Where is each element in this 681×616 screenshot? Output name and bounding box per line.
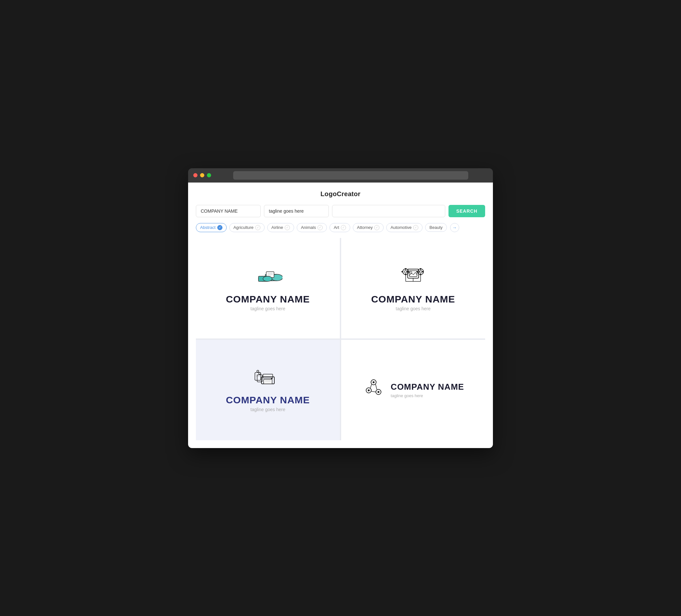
category-art-check: ✓ xyxy=(341,225,346,230)
logo-grid: COMPANY NAME tagline goes here xyxy=(196,238,485,440)
category-automotive[interactable]: Automotive ✓ xyxy=(386,223,423,232)
logo-2-icon xyxy=(399,265,428,288)
search-bar: SEARCH xyxy=(196,205,485,217)
svg-line-49 xyxy=(376,384,377,389)
app-window: LogoCreator SEARCH Abstract ✓ Agricultur… xyxy=(188,168,493,448)
svg-point-51 xyxy=(373,381,375,383)
category-bar: Abstract ✓ Agriculture ✓ Airline ✓ Anima… xyxy=(196,223,485,232)
company-name-input[interactable] xyxy=(196,205,261,217)
category-art-label: Art xyxy=(334,225,339,230)
svg-line-48 xyxy=(370,384,372,388)
logo-2-name: COMPANY NAME xyxy=(371,294,455,305)
category-agriculture-check: ✓ xyxy=(255,225,260,230)
category-animals[interactable]: Animals ✓ xyxy=(297,223,327,232)
svg-rect-12 xyxy=(405,268,406,270)
svg-point-9 xyxy=(263,276,272,281)
svg-point-24 xyxy=(410,272,412,273)
titlebar xyxy=(188,168,493,182)
category-beauty[interactable]: Beauty xyxy=(425,223,447,232)
svg-rect-14 xyxy=(401,271,403,272)
logo-card-3[interactable]: COMPANY NAME tagline goes here xyxy=(196,340,340,440)
category-airline-label: Airline xyxy=(272,225,283,230)
url-bar[interactable] xyxy=(233,171,468,180)
category-beauty-label: Beauty xyxy=(429,225,442,230)
app-body: LogoCreator SEARCH Abstract ✓ Agricultur… xyxy=(188,182,493,448)
category-airline[interactable]: Airline ✓ xyxy=(267,223,294,232)
svg-rect-36 xyxy=(255,373,261,380)
minimize-button[interactable] xyxy=(200,173,204,177)
logo-4-tagline: tagline goes here xyxy=(391,393,464,398)
logo-4-name: COMPANY NAME xyxy=(391,382,464,392)
logo-3-name: COMPANY NAME xyxy=(226,394,310,406)
category-art[interactable]: Art ✓ xyxy=(329,223,350,232)
keyword-input[interactable] xyxy=(332,205,445,217)
logo-card-1[interactable]: COMPANY NAME tagline goes here xyxy=(196,238,340,338)
category-agriculture-label: Agriculture xyxy=(233,225,254,230)
logo-card-4[interactable]: COMPANY NAME tagline goes here xyxy=(341,340,485,440)
category-animals-check: ✓ xyxy=(318,225,323,230)
logo-2-tagline: tagline goes here xyxy=(396,306,430,311)
category-attorney-check: ✓ xyxy=(374,225,379,230)
logo-3-tagline: tagline goes here xyxy=(250,407,285,412)
svg-point-52 xyxy=(368,389,370,391)
logo-1-icon xyxy=(253,265,282,288)
svg-rect-33 xyxy=(263,379,272,384)
category-automotive-label: Automotive xyxy=(390,225,411,230)
category-animals-label: Animals xyxy=(301,225,316,230)
svg-rect-18 xyxy=(420,268,421,270)
search-button[interactable]: SEARCH xyxy=(449,205,485,217)
svg-rect-21 xyxy=(422,271,424,272)
category-attorney[interactable]: Attorney ✓ xyxy=(353,223,384,232)
category-abstract-label: Abstract xyxy=(200,225,216,230)
svg-rect-32 xyxy=(263,374,273,378)
logo-4-icon xyxy=(362,376,385,399)
category-abstract-check: ✓ xyxy=(217,225,223,230)
category-automotive-check: ✓ xyxy=(413,225,418,230)
logo-card-2[interactable]: COMPANY NAME tagline goes here xyxy=(341,238,485,338)
category-attorney-label: Attorney xyxy=(357,225,373,230)
category-agriculture[interactable]: Agriculture ✓ xyxy=(229,223,264,232)
category-next-button[interactable]: → xyxy=(450,223,459,232)
close-button[interactable] xyxy=(193,173,198,177)
svg-point-44 xyxy=(271,378,273,379)
logo-4-text: COMPANY NAME tagline goes here xyxy=(391,382,464,398)
svg-point-37 xyxy=(257,370,259,372)
app-title: LogoCreator xyxy=(196,190,485,198)
maximize-button[interactable] xyxy=(207,173,211,177)
svg-point-53 xyxy=(377,391,379,393)
logo-1-name: COMPANY NAME xyxy=(226,294,310,305)
svg-point-42 xyxy=(259,373,261,375)
tagline-input[interactable] xyxy=(264,205,329,217)
category-abstract[interactable]: Abstract ✓ xyxy=(196,223,227,232)
logo-1-tagline: tagline goes here xyxy=(250,306,285,311)
category-airline-check: ✓ xyxy=(285,225,290,230)
logo-3-icon xyxy=(253,368,282,389)
svg-line-50 xyxy=(371,391,376,392)
